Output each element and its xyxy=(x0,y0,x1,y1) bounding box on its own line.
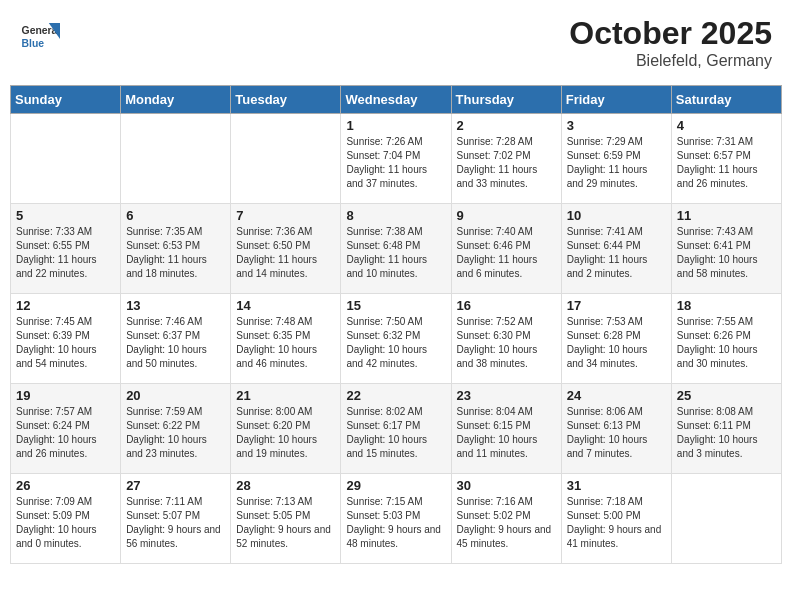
day-info: Sunrise: 7:52 AM Sunset: 6:30 PM Dayligh… xyxy=(457,315,556,371)
day-info: Sunrise: 7:43 AM Sunset: 6:41 PM Dayligh… xyxy=(677,225,776,281)
table-row: 17Sunrise: 7:53 AM Sunset: 6:28 PM Dayli… xyxy=(561,294,671,384)
day-info: Sunrise: 7:33 AM Sunset: 6:55 PM Dayligh… xyxy=(16,225,115,281)
day-number: 21 xyxy=(236,388,335,403)
day-number: 13 xyxy=(126,298,225,313)
header-friday: Friday xyxy=(561,86,671,114)
day-number: 30 xyxy=(457,478,556,493)
table-row: 5Sunrise: 7:33 AM Sunset: 6:55 PM Daylig… xyxy=(11,204,121,294)
day-number: 8 xyxy=(346,208,445,223)
table-row: 18Sunrise: 7:55 AM Sunset: 6:26 PM Dayli… xyxy=(671,294,781,384)
table-row: 16Sunrise: 7:52 AM Sunset: 6:30 PM Dayli… xyxy=(451,294,561,384)
table-row: 25Sunrise: 8:08 AM Sunset: 6:11 PM Dayli… xyxy=(671,384,781,474)
table-row: 28Sunrise: 7:13 AM Sunset: 5:05 PM Dayli… xyxy=(231,474,341,564)
day-number: 31 xyxy=(567,478,666,493)
table-row: 8Sunrise: 7:38 AM Sunset: 6:48 PM Daylig… xyxy=(341,204,451,294)
day-info: Sunrise: 7:15 AM Sunset: 5:03 PM Dayligh… xyxy=(346,495,445,551)
day-info: Sunrise: 7:36 AM Sunset: 6:50 PM Dayligh… xyxy=(236,225,335,281)
day-info: Sunrise: 7:45 AM Sunset: 6:39 PM Dayligh… xyxy=(16,315,115,371)
table-row: 21Sunrise: 8:00 AM Sunset: 6:20 PM Dayli… xyxy=(231,384,341,474)
day-info: Sunrise: 7:38 AM Sunset: 6:48 PM Dayligh… xyxy=(346,225,445,281)
calendar-row: 1Sunrise: 7:26 AM Sunset: 7:04 PM Daylig… xyxy=(11,114,782,204)
logo-icon: General Blue xyxy=(20,15,60,55)
day-number: 11 xyxy=(677,208,776,223)
day-info: Sunrise: 8:04 AM Sunset: 6:15 PM Dayligh… xyxy=(457,405,556,461)
day-number: 15 xyxy=(346,298,445,313)
day-number: 26 xyxy=(16,478,115,493)
day-number: 4 xyxy=(677,118,776,133)
day-info: Sunrise: 7:09 AM Sunset: 5:09 PM Dayligh… xyxy=(16,495,115,551)
day-number: 19 xyxy=(16,388,115,403)
day-number: 6 xyxy=(126,208,225,223)
day-info: Sunrise: 7:13 AM Sunset: 5:05 PM Dayligh… xyxy=(236,495,335,551)
table-row xyxy=(671,474,781,564)
page-title: October 2025 xyxy=(569,15,772,52)
table-row: 26Sunrise: 7:09 AM Sunset: 5:09 PM Dayli… xyxy=(11,474,121,564)
day-number: 27 xyxy=(126,478,225,493)
day-number: 22 xyxy=(346,388,445,403)
calendar-row: 19Sunrise: 7:57 AM Sunset: 6:24 PM Dayli… xyxy=(11,384,782,474)
header-tuesday: Tuesday xyxy=(231,86,341,114)
day-info: Sunrise: 7:40 AM Sunset: 6:46 PM Dayligh… xyxy=(457,225,556,281)
table-row: 13Sunrise: 7:46 AM Sunset: 6:37 PM Dayli… xyxy=(121,294,231,384)
title-block: October 2025 Bielefeld, Germany xyxy=(569,15,772,70)
table-row: 2Sunrise: 7:28 AM Sunset: 7:02 PM Daylig… xyxy=(451,114,561,204)
logo: General Blue xyxy=(20,15,64,55)
table-row: 27Sunrise: 7:11 AM Sunset: 5:07 PM Dayli… xyxy=(121,474,231,564)
day-info: Sunrise: 7:46 AM Sunset: 6:37 PM Dayligh… xyxy=(126,315,225,371)
table-row xyxy=(11,114,121,204)
day-number: 18 xyxy=(677,298,776,313)
day-info: Sunrise: 7:18 AM Sunset: 5:00 PM Dayligh… xyxy=(567,495,666,551)
table-row: 22Sunrise: 8:02 AM Sunset: 6:17 PM Dayli… xyxy=(341,384,451,474)
table-row: 10Sunrise: 7:41 AM Sunset: 6:44 PM Dayli… xyxy=(561,204,671,294)
day-info: Sunrise: 7:55 AM Sunset: 6:26 PM Dayligh… xyxy=(677,315,776,371)
table-row: 14Sunrise: 7:48 AM Sunset: 6:35 PM Dayli… xyxy=(231,294,341,384)
table-row: 11Sunrise: 7:43 AM Sunset: 6:41 PM Dayli… xyxy=(671,204,781,294)
header-saturday: Saturday xyxy=(671,86,781,114)
day-info: Sunrise: 7:59 AM Sunset: 6:22 PM Dayligh… xyxy=(126,405,225,461)
table-row xyxy=(231,114,341,204)
day-info: Sunrise: 7:16 AM Sunset: 5:02 PM Dayligh… xyxy=(457,495,556,551)
day-info: Sunrise: 7:53 AM Sunset: 6:28 PM Dayligh… xyxy=(567,315,666,371)
day-info: Sunrise: 7:41 AM Sunset: 6:44 PM Dayligh… xyxy=(567,225,666,281)
header-thursday: Thursday xyxy=(451,86,561,114)
day-number: 1 xyxy=(346,118,445,133)
calendar-row: 12Sunrise: 7:45 AM Sunset: 6:39 PM Dayli… xyxy=(11,294,782,384)
table-row: 4Sunrise: 7:31 AM Sunset: 6:57 PM Daylig… xyxy=(671,114,781,204)
day-number: 12 xyxy=(16,298,115,313)
day-number: 23 xyxy=(457,388,556,403)
table-row: 24Sunrise: 8:06 AM Sunset: 6:13 PM Dayli… xyxy=(561,384,671,474)
day-number: 24 xyxy=(567,388,666,403)
table-row: 30Sunrise: 7:16 AM Sunset: 5:02 PM Dayli… xyxy=(451,474,561,564)
table-row: 7Sunrise: 7:36 AM Sunset: 6:50 PM Daylig… xyxy=(231,204,341,294)
day-number: 17 xyxy=(567,298,666,313)
table-row: 3Sunrise: 7:29 AM Sunset: 6:59 PM Daylig… xyxy=(561,114,671,204)
day-number: 16 xyxy=(457,298,556,313)
table-row: 23Sunrise: 8:04 AM Sunset: 6:15 PM Dayli… xyxy=(451,384,561,474)
header-monday: Monday xyxy=(121,86,231,114)
table-row: 29Sunrise: 7:15 AM Sunset: 5:03 PM Dayli… xyxy=(341,474,451,564)
day-number: 2 xyxy=(457,118,556,133)
day-number: 28 xyxy=(236,478,335,493)
table-row: 1Sunrise: 7:26 AM Sunset: 7:04 PM Daylig… xyxy=(341,114,451,204)
day-info: Sunrise: 7:50 AM Sunset: 6:32 PM Dayligh… xyxy=(346,315,445,371)
day-number: 9 xyxy=(457,208,556,223)
table-row xyxy=(121,114,231,204)
page-subtitle: Bielefeld, Germany xyxy=(569,52,772,70)
calendar-row: 26Sunrise: 7:09 AM Sunset: 5:09 PM Dayli… xyxy=(11,474,782,564)
header-wednesday: Wednesday xyxy=(341,86,451,114)
day-info: Sunrise: 8:00 AM Sunset: 6:20 PM Dayligh… xyxy=(236,405,335,461)
header-sunday: Sunday xyxy=(11,86,121,114)
calendar-row: 5Sunrise: 7:33 AM Sunset: 6:55 PM Daylig… xyxy=(11,204,782,294)
day-number: 29 xyxy=(346,478,445,493)
day-number: 10 xyxy=(567,208,666,223)
day-info: Sunrise: 7:57 AM Sunset: 6:24 PM Dayligh… xyxy=(16,405,115,461)
table-row: 20Sunrise: 7:59 AM Sunset: 6:22 PM Dayli… xyxy=(121,384,231,474)
day-info: Sunrise: 8:08 AM Sunset: 6:11 PM Dayligh… xyxy=(677,405,776,461)
day-info: Sunrise: 7:29 AM Sunset: 6:59 PM Dayligh… xyxy=(567,135,666,191)
day-number: 3 xyxy=(567,118,666,133)
day-info: Sunrise: 7:35 AM Sunset: 6:53 PM Dayligh… xyxy=(126,225,225,281)
day-info: Sunrise: 7:48 AM Sunset: 6:35 PM Dayligh… xyxy=(236,315,335,371)
day-number: 14 xyxy=(236,298,335,313)
table-row: 12Sunrise: 7:45 AM Sunset: 6:39 PM Dayli… xyxy=(11,294,121,384)
day-number: 20 xyxy=(126,388,225,403)
